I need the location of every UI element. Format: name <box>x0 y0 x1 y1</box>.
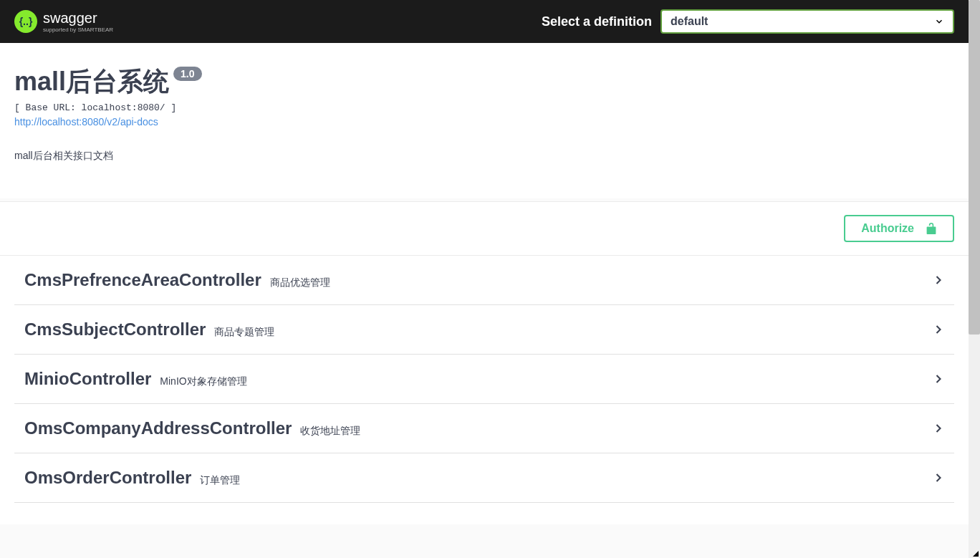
chevron-right-icon <box>931 372 946 386</box>
tag-desc: MinIO对象存储管理 <box>160 375 246 388</box>
tag-row[interactable]: CmsSubjectController 商品专题管理 <box>14 305 954 355</box>
definition-selected: default <box>671 15 708 28</box>
tag-row[interactable]: CmsPrefrenceAreaController 商品优选管理 <box>14 256 954 305</box>
version-badge: 1.0 <box>173 67 201 81</box>
definition-select[interactable]: default <box>660 9 954 34</box>
api-description: mall后台相关接口文档 <box>14 150 954 163</box>
topbar: {..} swagger supported by SMARTBEAR Sele… <box>0 0 969 43</box>
chevron-right-icon <box>931 273 946 287</box>
swagger-logo[interactable]: {..} swagger supported by SMARTBEAR <box>14 10 113 33</box>
tag-name: MinioController <box>24 369 151 389</box>
swagger-logo-icon: {..} <box>14 10 37 33</box>
tag-desc: 收货地址管理 <box>300 425 360 438</box>
unlock-icon <box>926 222 937 235</box>
chevron-right-icon <box>931 421 946 436</box>
auth-section: Authorize <box>0 201 969 256</box>
logo-name: swagger <box>43 11 113 25</box>
scrollbar[interactable] <box>969 0 980 524</box>
tag-name: OmsCompanyAddressController <box>24 418 292 438</box>
tag-name: CmsSubjectController <box>24 319 206 340</box>
api-docs-link[interactable]: http://localhost:8080/v2/api-docs <box>14 116 158 128</box>
authorize-button[interactable]: Authorize <box>844 215 954 242</box>
authorize-label: Authorize <box>861 222 914 235</box>
base-url: [ Base URL: localhost:8080/ ] <box>14 102 954 113</box>
scrollbar-thumb[interactable] <box>969 0 980 335</box>
chevron-right-icon <box>931 471 946 485</box>
tag-desc: 订单管理 <box>200 474 240 487</box>
info-section: mall后台系统 1.0 [ Base URL: localhost:8080/… <box>0 43 969 198</box>
definition-label: Select a definition <box>542 14 652 29</box>
tag-desc: 商品优选管理 <box>270 276 330 289</box>
tag-row[interactable]: MinioController MinIO对象存储管理 <box>14 355 954 404</box>
tags-section: CmsPrefrenceAreaController 商品优选管理 CmsSub… <box>0 256 969 524</box>
chevron-right-icon <box>931 322 946 337</box>
tag-row[interactable]: OmsOrderController 订单管理 <box>14 453 954 503</box>
tag-name: CmsPrefrenceAreaController <box>24 270 261 290</box>
logo-subtitle: supported by SMARTBEAR <box>43 27 113 33</box>
tag-row[interactable]: OmsCompanyAddressController 收货地址管理 <box>14 404 954 453</box>
tag-name: OmsOrderController <box>24 468 191 488</box>
api-title: mall后台系统 <box>14 64 169 100</box>
chevron-down-icon <box>934 16 944 27</box>
tag-desc: 商品专题管理 <box>214 326 274 339</box>
